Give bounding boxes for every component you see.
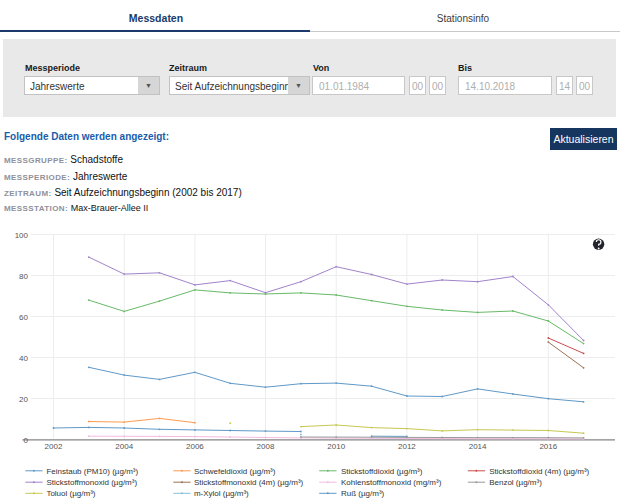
svg-text:20: 20	[19, 395, 28, 404]
svg-text:2004: 2004	[115, 442, 133, 451]
svg-text:Stickstoffdioxid (4m) (µg/m³): Stickstoffdioxid (4m) (µg/m³)	[489, 467, 589, 476]
svg-text:Kohlenstoffmonoxid (mg/m³): Kohlenstoffmonoxid (mg/m³)	[341, 478, 442, 487]
svg-text:60: 60	[19, 313, 28, 322]
svg-text:Ruß (µg/m³): Ruß (µg/m³)	[341, 489, 385, 498]
svg-text:2010: 2010	[327, 442, 345, 451]
svg-text:2014: 2014	[469, 442, 487, 451]
svg-text:2016: 2016	[539, 442, 557, 451]
svg-text:100: 100	[15, 231, 29, 240]
svg-text:2006: 2006	[186, 442, 204, 451]
svg-text:Stickstoffdioxid (µg/m³): Stickstoffdioxid (µg/m³)	[341, 467, 423, 476]
svg-text:Feinstaub (PM10) (µg/m³): Feinstaub (PM10) (µg/m³)	[46, 467, 138, 476]
svg-text:Stickstoffmonoxid (µg/m³): Stickstoffmonoxid (µg/m³)	[46, 478, 137, 487]
svg-text:2012: 2012	[398, 442, 416, 451]
svg-text:m-Xylol (µg/m³): m-Xylol (µg/m³)	[194, 489, 249, 498]
svg-text:Schwefeldioxid (µg/m³): Schwefeldioxid (µg/m³)	[194, 467, 276, 476]
svg-text:40: 40	[19, 354, 28, 363]
svg-text:2002: 2002	[45, 442, 63, 451]
svg-text:Toluol (µg/m³): Toluol (µg/m³)	[46, 489, 95, 498]
svg-text:Benzol (µg/m³): Benzol (µg/m³)	[489, 478, 542, 487]
svg-text:Stickstoffmonoxid (4m) (µg/m³): Stickstoffmonoxid (4m) (µg/m³)	[194, 478, 304, 487]
svg-text:2008: 2008	[257, 442, 275, 451]
svg-text:80: 80	[19, 272, 28, 281]
svg-text:0: 0	[24, 436, 29, 445]
